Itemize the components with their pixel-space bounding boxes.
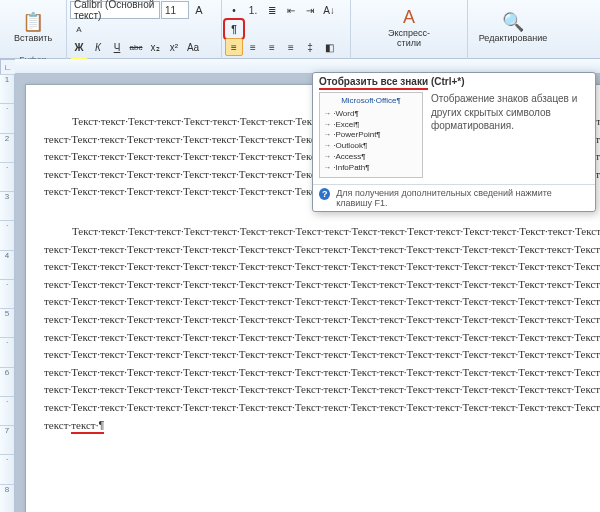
tooltip-shortcut: (Ctrl+*) [431, 76, 465, 87]
numbering-button[interactable]: 1. [244, 1, 262, 19]
italic-button[interactable]: К [89, 38, 107, 56]
show-marks-button[interactable]: ¶ [225, 20, 243, 38]
strike-button[interactable]: abc [127, 38, 145, 56]
bold-button[interactable]: Ж [70, 38, 88, 56]
paragraph-2[interactable]: Текст·текст·Текст·текст·Текст·текст·Текс… [44, 223, 600, 434]
tooltip-artwork: Microsoft·Office¶ ·Word¶·Excel¶·PowerPoi… [319, 92, 423, 178]
paste-label: Вставить [14, 34, 52, 44]
sort-button[interactable]: A↓ [320, 1, 338, 19]
increase-indent-button[interactable]: ⇥ [301, 1, 319, 19]
vertical-ruler[interactable]: 1·2·3·4·5·6·7·8 [0, 74, 15, 512]
change-case-button[interactable]: Aa [184, 38, 202, 56]
shrink-font-button[interactable]: A [70, 20, 88, 38]
align-justify-button[interactable]: ≡ [282, 38, 300, 56]
underline-button[interactable]: Ч [108, 38, 126, 56]
quick-styles-label: Экспресс-стили [384, 29, 434, 49]
paste-button[interactable]: 📋 Вставить [6, 1, 60, 55]
editing-label: Редактирование [479, 34, 548, 44]
tooltip-art-title: Microsoft·Office¶ [323, 96, 419, 107]
align-right-button[interactable]: ≡ [263, 38, 281, 56]
multilevel-button[interactable]: ≣ [263, 1, 281, 19]
quick-styles-icon: A [403, 7, 415, 29]
tooltip: Отобразить все знаки (Ctrl+*) Microsoft·… [312, 72, 596, 212]
help-icon: ? [319, 188, 330, 200]
align-left-button[interactable]: ≡ [225, 38, 243, 56]
bullets-button[interactable]: • [225, 1, 243, 19]
align-center-button[interactable]: ≡ [244, 38, 262, 56]
line-spacing-button[interactable]: ‡ [301, 38, 319, 56]
paste-icon: 📋 [22, 12, 44, 34]
tooltip-description: Отображение знаков абзацев и других скры… [431, 92, 589, 178]
editing-button[interactable]: 🔍 Редактирование [471, 1, 555, 55]
grow-font-button[interactable]: A [190, 1, 208, 19]
tooltip-title: Отобразить все знаки [319, 76, 428, 90]
decrease-indent-button[interactable]: ⇤ [282, 1, 300, 19]
quick-styles-button[interactable]: A Экспресс-стили [381, 1, 437, 55]
shading-button[interactable]: ◧ [320, 38, 338, 56]
find-icon: 🔍 [502, 12, 524, 34]
font-size-combo[interactable]: 11 [161, 1, 189, 19]
subscript-button[interactable]: x₂ [146, 38, 164, 56]
superscript-button[interactable]: x² [165, 38, 183, 56]
font-name-combo[interactable]: Calibri (Основной текст) [70, 1, 160, 19]
ruler-corner[interactable]: ∟ [0, 59, 16, 75]
tooltip-help-text: Для получения дополнительных сведений на… [336, 188, 589, 208]
